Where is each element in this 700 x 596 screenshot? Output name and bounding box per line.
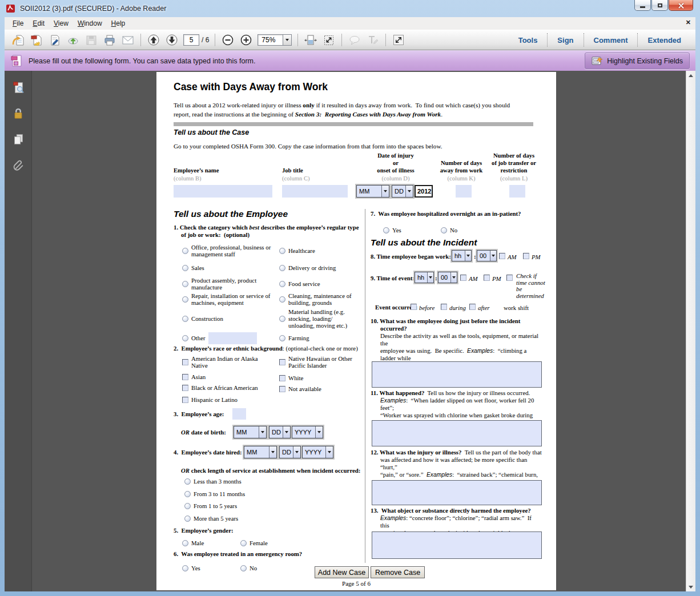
sign-document-button[interactable]: [46, 33, 63, 48]
comment-panel-button[interactable]: Comment: [584, 36, 638, 45]
male-radio[interactable]: [182, 540, 188, 546]
asian-checkbox[interactable]: [182, 374, 188, 380]
hired-year-select[interactable]: YYYY: [302, 446, 333, 458]
product-assembly-radio[interactable]: [182, 281, 188, 287]
menu-item-view[interactable]: View: [49, 18, 73, 29]
time-undetermined-checkbox[interactable]: [506, 275, 513, 281]
days-away-field[interactable]: [456, 185, 472, 198]
tools-panel-button[interactable]: Tools: [509, 36, 548, 45]
highlight-existing-fields-button[interactable]: Highlight Existing Fields: [585, 53, 690, 69]
sales-radio[interactable]: [182, 265, 188, 271]
hospitalized-yes-radio[interactable]: [383, 227, 389, 233]
injury-month-select[interactable]: MM: [356, 185, 389, 198]
save-button[interactable]: [83, 33, 100, 48]
q11-what-happened-textarea[interactable]: [372, 420, 542, 446]
began-work-pm-checkbox[interactable]: [523, 253, 529, 259]
began-work-minute-select[interactable]: 00: [477, 250, 497, 261]
delivery-radio[interactable]: [279, 265, 285, 271]
menu-item-window[interactable]: Window: [73, 18, 107, 29]
began-work-am-checkbox[interactable]: [499, 253, 505, 259]
menu-item-help[interactable]: Help: [107, 18, 130, 29]
more-than-5-years-radio[interactable]: [184, 516, 191, 522]
zoom-level-input[interactable]: [258, 34, 283, 46]
menubar-close-icon[interactable]: ✕: [686, 19, 691, 26]
food-service-radio[interactable]: [279, 281, 285, 287]
event-hour-select[interactable]: hh: [415, 272, 434, 283]
create-pdf-button[interactable]: [28, 33, 45, 48]
zoom-level-select[interactable]: [258, 34, 292, 46]
menu-item-file[interactable]: File: [8, 18, 28, 29]
before-checkbox[interactable]: [411, 304, 417, 310]
event-am-checkbox[interactable]: [460, 275, 466, 281]
comment-bubble-button[interactable]: [346, 33, 363, 48]
began-work-hour-select[interactable]: hh: [452, 250, 472, 261]
employee-age-field[interactable]: [232, 408, 246, 420]
dob-year-select[interactable]: YYYY: [292, 426, 323, 438]
zoom-out-button[interactable]: [219, 33, 236, 48]
1-to-5-years-radio[interactable]: [184, 503, 191, 509]
black-checkbox[interactable]: [182, 385, 188, 391]
hospitalized-no-radio[interactable]: [441, 227, 447, 233]
3-to-11-months-radio[interactable]: [184, 491, 191, 497]
page-fit-width-button[interactable]: [302, 33, 319, 48]
event-pm-checkbox[interactable]: [484, 275, 490, 281]
next-page-button[interactable]: [163, 33, 180, 48]
female-radio[interactable]: [240, 540, 247, 546]
open-button[interactable]: [10, 33, 27, 48]
injury-year-field[interactable]: 2012: [415, 185, 433, 198]
zoom-in-button[interactable]: [238, 33, 255, 48]
american-indian-checkbox[interactable]: [182, 359, 188, 365]
menu-item-edit[interactable]: Edit: [28, 18, 49, 29]
other-text-field[interactable]: [208, 332, 257, 344]
maximize-button[interactable]: [651, 0, 668, 11]
security-lock-button[interactable]: [10, 106, 27, 122]
attachments-button[interactable]: [10, 157, 27, 173]
job-title-field[interactable]: [282, 185, 348, 198]
hired-month-select[interactable]: MM: [244, 446, 277, 458]
extended-panel-button[interactable]: Extended: [638, 36, 691, 45]
hispanic-checkbox[interactable]: [182, 397, 188, 403]
q12-injury-textarea[interactable]: [372, 480, 542, 505]
construction-radio[interactable]: [182, 316, 188, 322]
employee-name-field[interactable]: [174, 185, 272, 198]
add-new-case-button[interactable]: Add New Case: [315, 566, 369, 578]
scroll-up-button[interactable]: [687, 71, 695, 80]
scroll-down-button[interactable]: [687, 582, 695, 591]
cloud-upload-button[interactable]: [65, 33, 82, 48]
other-radio[interactable]: [182, 335, 188, 341]
office-radio[interactable]: [182, 248, 188, 254]
vertical-scrollbar[interactable]: [686, 71, 695, 591]
healthcare-radio[interactable]: [279, 248, 285, 254]
print-button[interactable]: [101, 33, 118, 48]
page-number-input[interactable]: [183, 34, 199, 46]
farming-radio[interactable]: [279, 335, 285, 341]
after-checkbox[interactable]: [469, 304, 476, 310]
remove-case-button[interactable]: Remove Case: [371, 566, 425, 578]
repair-radio[interactable]: [182, 296, 188, 303]
q10-activity-textarea[interactable]: [372, 361, 542, 388]
previous-page-button[interactable]: [145, 33, 162, 48]
white-checkbox[interactable]: [279, 375, 285, 381]
email-button[interactable]: [119, 33, 136, 48]
cleaning-radio[interactable]: [279, 296, 285, 303]
not-available-checkbox[interactable]: [279, 386, 285, 392]
sign-panel-button[interactable]: Sign: [548, 36, 583, 45]
titlebar[interactable]: SOII2012 (3).pdf (SECURED) - Adobe Reade…: [0, 0, 700, 17]
text-annotation-button[interactable]: [364, 33, 381, 48]
hired-day-select[interactable]: DD: [279, 446, 301, 458]
event-minute-select[interactable]: 00: [438, 272, 457, 283]
fullscreen-button[interactable]: [390, 33, 407, 48]
pages-button[interactable]: [10, 131, 27, 147]
dob-day-select[interactable]: DD: [269, 426, 291, 438]
er-yes-radio[interactable]: [182, 565, 188, 571]
material-handling-radio[interactable]: [279, 316, 285, 322]
job-transfer-days-field[interactable]: [509, 185, 525, 198]
er-no-radio[interactable]: [240, 565, 247, 571]
close-button[interactable]: [669, 0, 693, 11]
page-thumbnails-button[interactable]: [10, 80, 27, 96]
native-hawaiian-checkbox[interactable]: [279, 359, 285, 365]
page-fit-screen-button[interactable]: [320, 33, 337, 48]
minimize-button[interactable]: [634, 0, 651, 11]
q13-object-textarea[interactable]: [372, 531, 542, 559]
injury-day-select[interactable]: DD: [392, 185, 413, 198]
